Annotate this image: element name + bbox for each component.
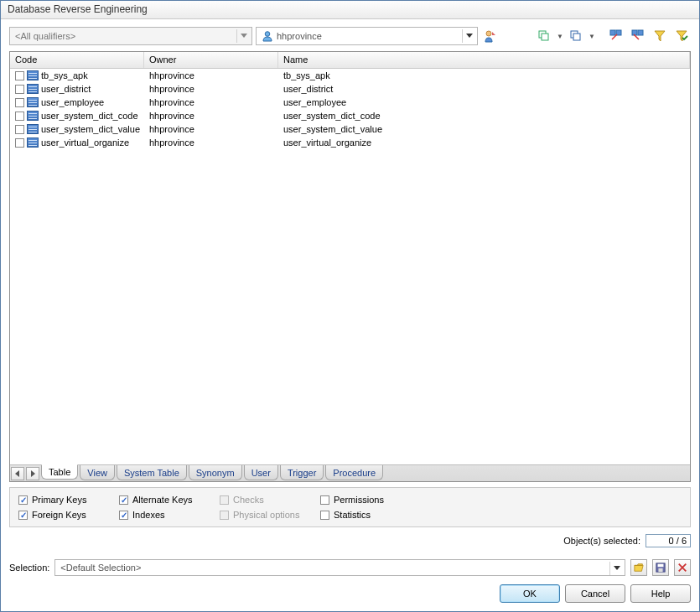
table-row[interactable]: user_districthhprovinceuser_district <box>10 82 690 96</box>
row-code: user_system_dict_value <box>41 124 140 134</box>
tab-view[interactable]: View <box>80 465 115 480</box>
top-toolbar: <All qualifiers> hhprovince <box>9 26 691 46</box>
table-container: Code Owner Name tb_sys_apkhhprovincetb_s… <box>9 51 691 482</box>
window-title: Database Reverse Engineering <box>8 3 148 15</box>
tab-synonym[interactable]: Synonym <box>189 465 242 480</box>
cancel-button[interactable]: Cancel <box>565 584 625 603</box>
selection-row: Selection: <Default Selection> <box>9 559 691 576</box>
svg-point-0 <box>265 32 270 37</box>
opt-physical-options: Physical options <box>220 510 303 520</box>
options-panel: Primary Keys Foreign Keys Alternate Keys… <box>9 487 691 527</box>
owner-tool-icon[interactable] <box>481 27 500 45</box>
dialog-window: Database Reverse Engineering <All qualif… <box>0 0 700 612</box>
deselect-all-icon[interactable] <box>629 27 647 45</box>
tab-scroll-right[interactable] <box>26 467 39 480</box>
row-code: user_employee <box>41 97 104 107</box>
tab-scroll-left[interactable] <box>11 467 24 480</box>
svg-rect-9 <box>638 30 643 35</box>
caret-icon[interactable]: ▼ <box>589 33 595 40</box>
opt-alternate-keys[interactable]: Alternate Keys <box>119 495 203 505</box>
row-name: user_employee <box>283 97 346 107</box>
svg-rect-11 <box>658 564 664 567</box>
svg-point-1 <box>486 31 491 36</box>
table-icon <box>27 137 39 148</box>
row-owner: hhprovince <box>149 84 194 94</box>
svg-rect-3 <box>542 34 548 40</box>
folder-open-icon[interactable] <box>630 559 647 576</box>
table-icon <box>27 111 39 121</box>
opt-indexes[interactable]: Indexes <box>119 510 203 520</box>
qualifier-dropdown[interactable]: <All qualifiers> <box>9 27 252 45</box>
opt-primary-keys[interactable]: Primary Keys <box>18 495 102 505</box>
tab-table[interactable]: Table <box>41 464 78 480</box>
tab-system-table[interactable]: System Table <box>117 465 187 480</box>
tab-trigger[interactable]: Trigger <box>280 465 324 480</box>
row-code: user_virtual_organize <box>41 137 129 148</box>
table-icon <box>27 124 39 134</box>
row-code: tb_sys_apk <box>41 70 88 80</box>
col-header-code[interactable]: Code <box>10 52 144 68</box>
opt-statistics[interactable]: Statistics <box>320 510 404 520</box>
user-icon <box>262 30 273 42</box>
select-all-icon[interactable] <box>607 27 625 45</box>
table-header: Code Owner Name <box>10 52 690 69</box>
row-owner: hhprovince <box>149 137 194 148</box>
owner-dropdown[interactable]: hhprovince <box>256 27 478 45</box>
row-owner: hhprovince <box>149 70 194 80</box>
row-name: user_system_dict_value <box>283 124 382 134</box>
selection-count-line: Object(s) selected: 0 / 6 <box>9 534 691 547</box>
svg-rect-5 <box>573 34 580 40</box>
table-icon <box>27 97 39 107</box>
row-checkbox[interactable] <box>15 125 24 134</box>
help-button[interactable]: Help <box>630 584 691 603</box>
row-checkbox[interactable] <box>15 85 24 94</box>
selection-count-label: Object(s) selected: <box>563 536 640 546</box>
table-row[interactable]: user_virtual_organizehhprovinceuser_virt… <box>10 136 690 149</box>
row-checkbox[interactable] <box>15 98 24 107</box>
tab-user[interactable]: User <box>244 465 278 480</box>
ok-button[interactable]: OK <box>500 584 560 603</box>
table-row[interactable]: user_employeehhprovinceuser_employee <box>10 96 690 109</box>
table-icon <box>27 70 39 80</box>
opt-foreign-keys[interactable]: Foreign Keys <box>18 510 102 520</box>
svg-rect-12 <box>658 568 662 572</box>
row-owner: hhprovince <box>149 97 194 107</box>
save-icon[interactable] <box>652 559 669 576</box>
row-checkbox[interactable] <box>15 71 24 80</box>
copy-alt-icon[interactable] <box>567 27 585 45</box>
caret-icon[interactable]: ▼ <box>557 33 563 40</box>
delete-icon[interactable] <box>674 559 691 576</box>
tab-strip: TableViewSystem TableSynonymUserTriggerP… <box>10 464 690 481</box>
row-checkbox[interactable] <box>15 112 24 121</box>
selection-label: Selection: <box>9 563 49 573</box>
table-row[interactable]: tb_sys_apkhhprovincetb_sys_apk <box>10 69 690 82</box>
row-name: user_system_dict_code <box>283 111 381 121</box>
titlebar: Database Reverse Engineering <box>1 1 699 19</box>
opt-checks: Checks <box>220 495 303 505</box>
row-owner: hhprovince <box>149 111 194 121</box>
selection-value: <Default Selection> <box>60 563 141 573</box>
content-area: <All qualifiers> hhprovince <box>1 19 699 611</box>
table-row[interactable]: user_system_dict_valuehhprovinceuser_sys… <box>10 122 690 136</box>
opt-permissions[interactable]: Permissions <box>320 495 404 505</box>
col-header-owner[interactable]: Owner <box>144 52 278 68</box>
selection-count-value: 0 / 6 <box>646 534 691 547</box>
chevron-down-icon <box>609 562 623 575</box>
row-code: user_district <box>41 84 91 94</box>
row-owner: hhprovince <box>149 124 194 134</box>
row-name: user_virtual_organize <box>283 137 371 148</box>
footer-buttons: OK Cancel Help <box>9 584 691 603</box>
col-header-name[interactable]: Name <box>278 52 690 68</box>
chevron-down-icon <box>462 29 475 43</box>
selection-dropdown[interactable]: <Default Selection> <box>54 559 625 576</box>
row-code: user_system_dict_code <box>41 111 138 121</box>
table-row[interactable]: user_system_dict_codehhprovinceuser_syst… <box>10 109 690 122</box>
row-checkbox[interactable] <box>15 138 24 148</box>
qualifier-value: <All qualifiers> <box>15 31 75 41</box>
copy-icon[interactable] <box>535 27 553 45</box>
filter-icon[interactable] <box>651 27 669 45</box>
tab-procedure[interactable]: Procedure <box>325 465 383 480</box>
table-icon <box>27 84 39 94</box>
row-name: tb_sys_apk <box>283 70 330 80</box>
filter-apply-icon[interactable] <box>672 27 691 45</box>
